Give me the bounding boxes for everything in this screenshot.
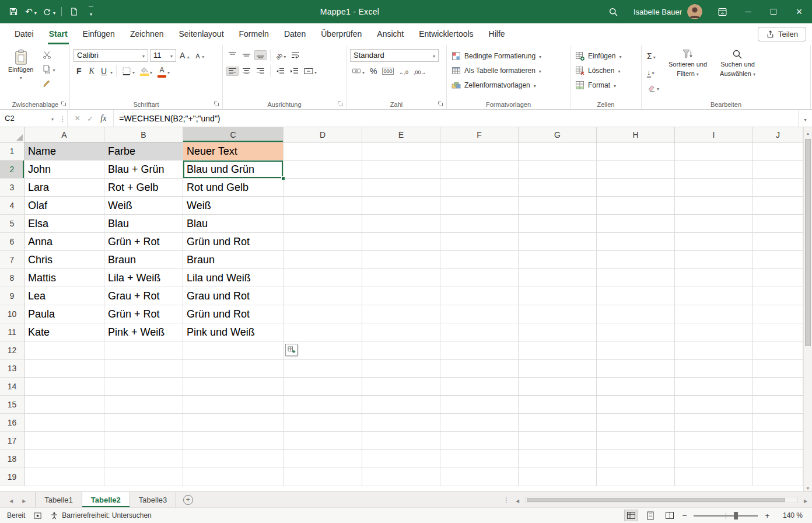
cell-B13[interactable] — [104, 360, 183, 378]
zoom-slider[interactable] — [694, 515, 758, 517]
cell-D4[interactable] — [284, 197, 362, 215]
increase-font-size-icon[interactable] — [178, 49, 192, 62]
cell-E13[interactable] — [362, 360, 440, 378]
cell-I15[interactable] — [675, 396, 753, 414]
cell-G4[interactable] — [519, 197, 597, 215]
cell-I16[interactable] — [675, 414, 753, 432]
ribbon-tab-hilfe[interactable]: Hilfe — [481, 23, 513, 44]
customize-quick-access-icon[interactable] — [83, 4, 99, 20]
cell-G2[interactable] — [519, 161, 597, 179]
cut-icon[interactable] — [41, 49, 57, 60]
cell-A19[interactable] — [24, 468, 104, 486]
cell-C5[interactable]: Blau — [183, 215, 284, 233]
fill-icon[interactable] — [645, 65, 661, 78]
page-break-view-icon[interactable] — [663, 510, 677, 521]
column-header-F[interactable]: F — [440, 127, 519, 142]
column-header-I[interactable]: I — [675, 127, 753, 142]
cell-G13[interactable] — [519, 360, 597, 378]
name-box-resizer[interactable] — [58, 110, 68, 127]
cell-A2[interactable]: John — [24, 161, 104, 179]
cell-I11[interactable] — [675, 323, 753, 341]
row-header-10[interactable]: 10 — [0, 305, 24, 323]
underline-button[interactable]: U — [99, 66, 108, 76]
cell-J7[interactable] — [753, 251, 803, 269]
delete-cells-button[interactable]: Löschen — [574, 63, 638, 78]
autofill-options-button[interactable] — [285, 344, 298, 356]
name-box[interactable]: C2 — [0, 110, 58, 127]
cell-styles-button[interactable]: Zellenformatvorlagen — [450, 78, 566, 92]
cell-J8[interactable] — [753, 269, 803, 287]
column-header-G[interactable]: G — [519, 127, 597, 142]
cell-C1[interactable]: Neuer Text — [183, 142, 284, 161]
formula-bar-expand-icon[interactable] — [798, 110, 812, 127]
insert-function-icon[interactable]: fx — [100, 114, 106, 123]
cell-F12[interactable] — [440, 341, 519, 360]
cell-I18[interactable] — [675, 450, 753, 468]
cell-J19[interactable] — [753, 468, 803, 486]
formula-input[interactable]: =WECHSELN(B2;"+";"und") — [114, 110, 798, 127]
cell-G3[interactable] — [519, 179, 597, 197]
cell-J14[interactable] — [753, 378, 803, 396]
cell-A6[interactable]: Anna — [24, 233, 104, 251]
cell-C2[interactable]: Blau und Grün — [183, 161, 284, 179]
cell-C13[interactable] — [183, 360, 284, 378]
sort-filter-button[interactable]: Sortieren und Filtern — [663, 47, 712, 94]
scroll-down-icon[interactable] — [806, 482, 810, 491]
cell-I9[interactable] — [675, 287, 753, 305]
clear-icon[interactable] — [645, 81, 661, 94]
normal-view-icon[interactable] — [624, 510, 638, 521]
cancel-icon[interactable] — [75, 113, 80, 124]
clipboard-dialog-launcher-icon[interactable] — [61, 102, 66, 107]
row-header-14[interactable]: 14 — [0, 378, 24, 396]
row-header-1[interactable]: 1 — [0, 142, 24, 161]
cell-B7[interactable]: Braun — [104, 251, 183, 269]
cell-H10[interactable] — [597, 305, 675, 323]
cell-D9[interactable] — [284, 287, 362, 305]
cell-D18[interactable] — [284, 450, 362, 468]
cell-A8[interactable]: Mattis — [24, 269, 104, 287]
cell-B16[interactable] — [104, 414, 183, 432]
sheet-nav-left-icon[interactable] — [9, 496, 13, 504]
scroll-right-icon[interactable] — [801, 496, 810, 504]
format-cells-button[interactable]: Format — [574, 78, 638, 92]
fill-color-icon[interactable] — [138, 65, 154, 78]
row-header-11[interactable]: 11 — [0, 323, 24, 341]
zoom-level[interactable]: 140 % — [775, 511, 803, 519]
cell-I7[interactable] — [675, 251, 753, 269]
accounting-format-icon[interactable] — [350, 65, 366, 78]
cell-F18[interactable] — [440, 450, 519, 468]
select-all-button[interactable] — [0, 127, 24, 142]
row-header-8[interactable]: 8 — [0, 269, 24, 287]
cell-F8[interactable] — [440, 269, 519, 287]
sheet-tab-tabelle3[interactable]: Tabelle3 — [130, 492, 176, 507]
cell-E3[interactable] — [362, 179, 440, 197]
cell-G8[interactable] — [519, 269, 597, 287]
cell-B18[interactable] — [104, 450, 183, 468]
cell-B12[interactable] — [104, 341, 183, 360]
cell-A12[interactable] — [24, 341, 104, 360]
ribbon-tab-ansicht[interactable]: Ansicht — [369, 23, 411, 44]
cell-F19[interactable] — [440, 468, 519, 486]
cell-H8[interactable] — [597, 269, 675, 287]
cell-I8[interactable] — [675, 269, 753, 287]
cell-A17[interactable] — [24, 432, 104, 450]
enter-icon[interactable] — [87, 113, 93, 124]
cell-H18[interactable] — [597, 450, 675, 468]
cell-G1[interactable] — [519, 142, 597, 161]
cell-C17[interactable] — [183, 432, 284, 450]
cell-I14[interactable] — [675, 378, 753, 396]
cell-G7[interactable] — [519, 251, 597, 269]
scroll-left-icon[interactable] — [513, 496, 522, 504]
zoom-in-button[interactable] — [765, 511, 769, 520]
zoom-thumb[interactable] — [734, 512, 738, 519]
cell-H14[interactable] — [597, 378, 675, 396]
font-color-icon[interactable] — [156, 63, 172, 79]
cell-B6[interactable]: Grün + Rot — [104, 233, 183, 251]
horizontal-scroll-thumb[interactable] — [527, 498, 785, 502]
horizontal-scroll-track[interactable] — [525, 497, 798, 503]
cell-J6[interactable] — [753, 233, 803, 251]
cell-C10[interactable]: Grün und Rot — [183, 305, 284, 323]
cell-I2[interactable] — [675, 161, 753, 179]
cell-C4[interactable]: Weiß — [183, 197, 284, 215]
cell-D2[interactable] — [284, 161, 362, 179]
